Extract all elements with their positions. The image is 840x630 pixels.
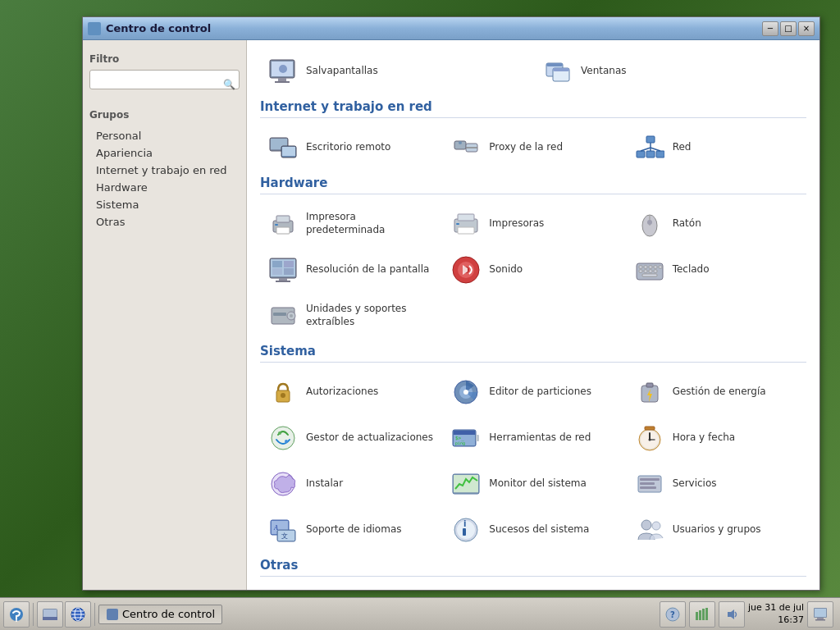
item-hora-fecha[interactable]: Hora y fecha bbox=[627, 417, 806, 459]
window-content: Filtro 🔍 Grupos Personal Apariencia Inte… bbox=[83, 40, 819, 590]
taskbar-browser-button[interactable] bbox=[37, 601, 63, 628]
herramientas-red-label: Herramientas de red bbox=[489, 431, 591, 445]
svg-rect-18 bbox=[637, 151, 645, 158]
item-gestor-actualizaciones[interactable]: Gestor de actualizaciones bbox=[260, 417, 440, 459]
red-icon bbox=[633, 131, 666, 164]
svg-rect-48 bbox=[644, 266, 647, 268]
item-proxy[interactable]: Proxy de la red bbox=[443, 126, 623, 169]
svg-line-23 bbox=[651, 148, 660, 151]
teclado-label: Teclado bbox=[673, 263, 710, 276]
sidebar-item-hardware[interactable]: Hardware bbox=[89, 179, 240, 196]
gestion-energia-icon bbox=[633, 376, 666, 409]
taskbar-separator-1 bbox=[33, 603, 34, 626]
control-center-window: Centro de control − □ × Filtro 🔍 Grupos … bbox=[82, 16, 820, 591]
gestor-actualizaciones-icon bbox=[267, 422, 299, 454]
svg-rect-53 bbox=[644, 270, 647, 272]
item-ventanas[interactable]: Ventanas bbox=[535, 50, 806, 93]
sidebar: Filtro 🔍 Grupos Personal Apariencia Inte… bbox=[83, 40, 247, 590]
item-escritorio-remoto[interactable]: Escritorio remoto bbox=[260, 126, 440, 169]
svg-line-22 bbox=[641, 148, 651, 151]
item-impresoras[interactable]: Impresoras bbox=[443, 203, 623, 245]
editor-particiones-icon bbox=[450, 376, 482, 409]
taskbar-network-status[interactable] bbox=[689, 601, 715, 628]
item-unidades[interactable]: Unidades y soportes extraíbles bbox=[260, 294, 440, 337]
svg-rect-51 bbox=[659, 266, 662, 268]
sistema-heading: Sistema bbox=[260, 344, 806, 363]
item-red[interactable]: Red bbox=[627, 126, 806, 169]
gestion-energia-label: Gestión de energía bbox=[673, 386, 766, 399]
item-herramientas-red[interactable]: $>_ ping Herramientas de red bbox=[443, 417, 623, 459]
item-editor-particiones[interactable]: Editor de particiones bbox=[443, 371, 623, 413]
gestor-actualizaciones-label: Gestor de actualizaciones bbox=[306, 431, 433, 445]
item-teclado[interactable]: Teclado bbox=[627, 249, 806, 291]
instalar-icon bbox=[267, 468, 299, 500]
close-button[interactable]: × bbox=[798, 21, 815, 36]
taskbar-clock: jue 31 de jul 16:37 bbox=[748, 602, 804, 626]
impresora-default-icon bbox=[267, 208, 299, 240]
svg-text:A: A bbox=[273, 524, 278, 532]
maximize-button[interactable]: □ bbox=[780, 21, 797, 36]
item-usuarios-grupos[interactable]: Usuarios y grupos bbox=[627, 509, 806, 551]
taskbar-network-button[interactable] bbox=[65, 601, 91, 628]
item-gestion-energia[interactable]: Gestión de energía bbox=[627, 371, 806, 413]
impresora-default-label: Impresora predeterminada bbox=[306, 211, 433, 236]
sidebar-item-sistema[interactable]: Sistema bbox=[89, 196, 240, 213]
taskbar-app-button[interactable]: Centro de control bbox=[98, 605, 222, 624]
salvapantallas-label: Salvapantallas bbox=[306, 65, 378, 78]
item-autorizaciones[interactable]: Autorizaciones bbox=[260, 371, 440, 413]
svg-rect-27 bbox=[275, 224, 278, 226]
instalar-label: Instalar bbox=[306, 477, 343, 491]
svg-rect-85 bbox=[454, 475, 478, 492]
sidebar-item-personal[interactable]: Personal bbox=[89, 127, 240, 144]
taskbar-right: ? jue 31 de jul 16:37 bbox=[653, 601, 840, 628]
item-resolucion[interactable]: Resolución de la pantalla bbox=[260, 249, 440, 291]
sidebar-item-otras[interactable]: Otras bbox=[89, 213, 240, 231]
item-instalar[interactable]: Instalar bbox=[260, 463, 440, 505]
svg-rect-59 bbox=[273, 313, 286, 316]
svg-rect-30 bbox=[458, 227, 474, 234]
item-raton[interactable]: Ratón bbox=[627, 203, 806, 245]
svg-rect-82 bbox=[645, 427, 655, 430]
autorizaciones-label: Autorizaciones bbox=[306, 386, 378, 399]
soporte-idiomas-label: Soporte de idiomas bbox=[306, 523, 402, 536]
item-servicios[interactable]: Servicios bbox=[627, 463, 806, 505]
servicios-icon bbox=[633, 468, 666, 500]
taskbar-help-button[interactable]: ? bbox=[660, 601, 686, 628]
svg-point-62 bbox=[281, 393, 285, 398]
svg-rect-29 bbox=[458, 214, 474, 221]
unidades-label: Unidades y soportes extraíbles bbox=[306, 303, 433, 328]
item-soporte-idiomas[interactable]: A 文 Soporte de idiomas bbox=[260, 509, 440, 551]
item-monitor-sistema[interactable]: Monitor del sistema bbox=[443, 463, 623, 505]
usuarios-grupos-icon bbox=[633, 514, 666, 546]
svg-rect-6 bbox=[546, 63, 563, 66]
svg-rect-26 bbox=[276, 227, 290, 234]
teclado-icon bbox=[633, 253, 666, 286]
raton-icon bbox=[633, 208, 666, 240]
svg-rect-67 bbox=[646, 383, 653, 387]
taskbar-menu-button[interactable] bbox=[3, 601, 30, 628]
svg-rect-139 bbox=[815, 619, 825, 621]
item-sonido[interactable]: Sonido bbox=[443, 249, 623, 291]
otras-heading: Otras bbox=[260, 558, 806, 577]
sidebar-item-internet[interactable]: Internet y trabajo en red bbox=[89, 162, 240, 179]
soporte-idiomas-icon: A 文 bbox=[267, 514, 299, 546]
item-sucesos[interactable]: i Sucesos del sistema bbox=[443, 509, 623, 551]
taskbar-desktop-button[interactable] bbox=[807, 601, 833, 628]
item-salvapantallas[interactable]: Salvapantallas bbox=[260, 50, 532, 93]
search-wrapper: 🔍 bbox=[89, 70, 240, 99]
sidebar-item-apariencia[interactable]: Apariencia bbox=[89, 144, 240, 162]
taskbar-volume-button[interactable] bbox=[719, 601, 745, 628]
proxy-label: Proxy de la red bbox=[489, 141, 563, 154]
usuarios-grupos-label: Usuarios y grupos bbox=[673, 523, 761, 536]
minimize-button[interactable]: − bbox=[762, 21, 778, 36]
search-input[interactable] bbox=[89, 70, 240, 89]
svg-rect-134 bbox=[705, 608, 708, 620]
item-cifrado[interactable]: Cifrado y depósitos de claves bbox=[627, 585, 806, 590]
item-busqueda[interactable]: Búsqueda e indexado bbox=[443, 585, 623, 590]
svg-rect-38 bbox=[276, 281, 290, 282]
main-panel: Salvapantallas Ventanas Internet y bbox=[247, 40, 819, 590]
svg-point-119 bbox=[16, 620, 17, 622]
svg-rect-137 bbox=[815, 609, 826, 617]
item-bluetooth[interactable]: Bluetooth bbox=[260, 585, 440, 590]
item-impresora-default[interactable]: Impresora predeterminada bbox=[260, 203, 440, 245]
